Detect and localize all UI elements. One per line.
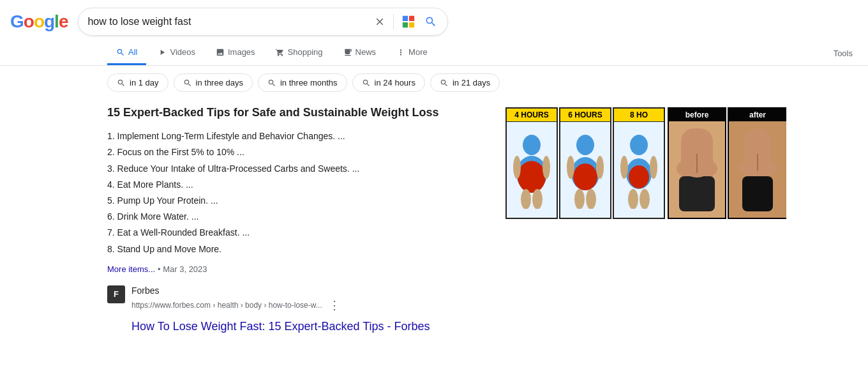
svg-point-8 <box>542 156 550 179</box>
list-item: 1. Implement Long-Term Lifestyle and Beh… <box>107 128 490 144</box>
tools-button[interactable]: Tools <box>818 42 868 64</box>
search-icons <box>373 13 438 30</box>
list-item: 4. Eat More Plants. ... <box>107 177 490 193</box>
svg-point-4 <box>523 135 541 155</box>
panel-4hours: 4 HOURS <box>505 107 558 219</box>
list-item: 8. Stand Up and Move More. <box>107 241 490 257</box>
svg-point-10 <box>532 189 542 209</box>
tab-shopping[interactable]: Shopping <box>267 41 332 65</box>
divider <box>393 14 394 29</box>
chip-3days[interactable]: in three days <box>174 73 253 92</box>
svg-rect-0 <box>403 16 408 21</box>
svg-point-17 <box>586 189 596 209</box>
tab-news[interactable]: News <box>334 41 385 65</box>
result-date: • Mar 3, 2023 <box>158 264 207 274</box>
panel-after: after <box>728 107 786 219</box>
hours-label-4: 4 HOURS <box>507 109 557 122</box>
result-footer: More items... • Mar 3, 2023 <box>107 264 490 274</box>
svg-rect-3 <box>409 22 414 27</box>
more-options-button[interactable]: ⋮ <box>326 297 343 314</box>
images-panel: 4 HOURS <box>505 107 786 335</box>
list-item: 7. Eat a Well-Rounded Breakfast. ... <box>107 225 490 241</box>
lens-button[interactable] <box>400 13 417 30</box>
svg-point-29 <box>677 162 687 175</box>
panel-8hours: 8 HO <box>613 107 665 219</box>
filter-chips: in 1 day in three days in three months i… <box>0 66 868 100</box>
clear-button[interactable] <box>373 15 387 29</box>
tab-more[interactable]: More <box>387 41 437 65</box>
main-content: 15 Expert-Backed Tips for Safe and Susta… <box>0 100 868 335</box>
chip-24hours[interactable]: in 24 hours <box>352 73 425 92</box>
svg-point-18 <box>630 135 648 155</box>
nav-tabs: All Videos Images Shopping News More Too… <box>0 36 868 66</box>
svg-point-16 <box>574 189 585 209</box>
svg-point-15 <box>596 156 604 179</box>
list-item: 5. Pump Up Your Protein. ... <box>107 193 490 209</box>
svg-point-30 <box>707 162 717 175</box>
hours-label-6: 6 HOURS <box>560 109 610 122</box>
panel-before: before <box>668 107 726 219</box>
svg-point-22 <box>650 156 657 179</box>
tab-images[interactable]: Images <box>207 41 264 65</box>
chip-1day[interactable]: in 1 day <box>107 73 168 92</box>
figure-8hours <box>614 122 664 209</box>
svg-point-21 <box>620 156 628 179</box>
svg-rect-26 <box>679 176 715 211</box>
source-icon: F <box>107 285 125 303</box>
svg-point-9 <box>521 189 531 209</box>
figure-6hours <box>560 122 610 209</box>
svg-rect-32 <box>742 176 773 211</box>
svg-point-23 <box>628 189 638 209</box>
before-label: before <box>669 109 725 121</box>
after-label: after <box>729 109 786 121</box>
hours-label-8: 8 HO <box>614 109 664 122</box>
google-logo: Google <box>10 11 68 32</box>
source-url-text: https://www.forbes.com › health › body ›… <box>131 301 322 310</box>
after-image <box>729 121 786 218</box>
list-item: 6. Drink More Water. ... <box>107 209 490 225</box>
result-list: 1. Implement Long-Term Lifestyle and Beh… <box>107 128 490 257</box>
chip-3months[interactable]: in three months <box>258 73 347 92</box>
before-image <box>669 121 725 218</box>
search-button[interactable] <box>423 14 438 29</box>
svg-point-24 <box>640 189 650 209</box>
source-block: F Forbes https://www.forbes.com › health… <box>107 285 490 335</box>
list-item: 2. Focus on the First 5% to 10% ... <box>107 144 490 160</box>
result-title: 15 Expert-Backed Tips for Safe and Susta… <box>107 105 490 121</box>
results-column: 15 Expert-Backed Tips for Safe and Susta… <box>107 105 490 335</box>
svg-point-11 <box>576 135 594 155</box>
search-input[interactable]: how to lose weight fast <box>87 16 366 27</box>
search-bar: how to lose weight fast <box>78 8 448 36</box>
chip-21days[interactable]: in 21 days <box>430 73 500 92</box>
source-url-row: https://www.forbes.com › health › body ›… <box>131 297 430 314</box>
source-info: Forbes https://www.forbes.com › health ›… <box>131 285 430 335</box>
svg-point-6 <box>518 161 546 193</box>
tab-all[interactable]: All <box>107 41 146 65</box>
hours-group: 4 HOURS <box>505 107 665 335</box>
source-name: Forbes <box>131 285 430 296</box>
more-items-link[interactable]: More items... <box>107 264 155 274</box>
svg-point-7 <box>513 156 521 179</box>
svg-rect-1 <box>409 16 414 21</box>
svg-point-20 <box>629 165 649 188</box>
figure-4hours <box>507 122 557 209</box>
svg-rect-2 <box>403 22 408 27</box>
svg-point-36 <box>767 162 776 173</box>
header: Google how to lose weight fast <box>0 0 868 36</box>
list-item: 3. Reduce Your Intake of Ultra-Processed… <box>107 161 490 177</box>
svg-point-14 <box>567 156 574 179</box>
svg-point-35 <box>739 162 748 173</box>
panel-6hours: 6 HOURS <box>559 107 611 219</box>
tab-videos[interactable]: Videos <box>149 41 204 65</box>
svg-point-13 <box>573 163 597 190</box>
result-link-title[interactable]: How To Lose Weight Fast: 15 Expert-Backe… <box>131 319 430 335</box>
before-after-group: before <box>668 107 786 335</box>
